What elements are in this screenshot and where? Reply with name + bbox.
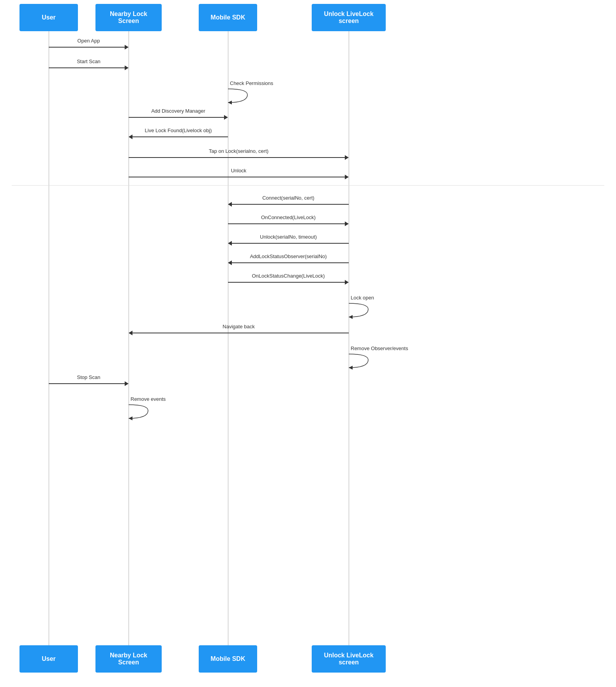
- actor-top-sdk: Mobile SDK: [199, 4, 257, 31]
- actor-bottom-sdk: Mobile SDK: [199, 645, 257, 673]
- msg-arrow-unlock: [129, 175, 349, 179]
- msg-self-check-permissions: [228, 87, 251, 110]
- actor-top-user: User: [19, 4, 78, 31]
- msg-arrow-open-app: [49, 45, 129, 50]
- msg-label-add-discovery: Add Discovery Manager: [151, 108, 205, 114]
- actor-top-unlock: Unlock LiveLock screen: [312, 4, 386, 31]
- msg-label-unlock-serial: Unlock(serialNo, timeout): [260, 234, 317, 240]
- msg-label-on-lock-status: OnLockStatusChange(LiveLock): [252, 273, 325, 279]
- msg-arrow-add-discovery: [129, 115, 228, 120]
- msg-self-remove-events: [129, 403, 152, 426]
- lifeline-sdk: [228, 31, 228, 645]
- msg-arrow-stop-scan: [49, 381, 129, 386]
- msg-label-check-permissions: Check Permissions: [230, 80, 273, 86]
- msg-label-lock-open: Lock open: [351, 295, 374, 301]
- msg-label-tap-on-lock: Tap on Lock(serialno, cert): [209, 148, 268, 154]
- svg-marker-0: [228, 101, 232, 104]
- msg-label-start-scan: Start Scan: [77, 58, 101, 64]
- svg-marker-2: [349, 366, 353, 370]
- msg-label-add-lock-status: AddLockStatusObserver(serialNo): [250, 253, 327, 259]
- msg-label-navigate-back: Navigate back: [222, 324, 254, 329]
- msg-arrow-unlock-serial: [228, 241, 349, 246]
- msg-arrow-tap-on-lock: [129, 155, 349, 160]
- lifeline-unlock: [349, 31, 349, 645]
- msg-arrow-connect: [228, 202, 349, 207]
- msg-label-unlock: Unlock: [231, 168, 247, 174]
- actor-bottom-user: User: [19, 645, 78, 673]
- msg-label-on-connected: OnConnected(LiveLock): [261, 214, 316, 220]
- msg-arrow-start-scan: [49, 66, 129, 70]
- svg-marker-3: [129, 416, 132, 420]
- actor-bottom-unlock: Unlock LiveLock screen: [312, 645, 386, 673]
- section-divider: [12, 185, 604, 186]
- msg-arrow-add-lock-status: [228, 260, 349, 265]
- svg-marker-1: [349, 315, 353, 319]
- actor-bottom-nearby: Nearby Lock Screen: [95, 645, 162, 673]
- msg-label-stop-scan: Stop Scan: [77, 374, 101, 380]
- msg-arrow-navigate-back: [129, 331, 349, 335]
- msg-arrow-on-lock-status: [228, 280, 349, 285]
- msg-self-remove-observer: [349, 352, 372, 375]
- msg-label-remove-events: Remove events: [131, 396, 166, 402]
- msg-self-lock-open: [349, 301, 372, 325]
- msg-label-live-lock-found: Live Lock Found(Livelock obj): [145, 127, 212, 133]
- msg-arrow-on-connected: [228, 221, 349, 226]
- msg-label-connect: Connect(serialNo, cert): [262, 195, 314, 201]
- sequence-diagram: UserNearby Lock ScreenMobile SDKUnlock L…: [0, 0, 616, 687]
- actor-top-nearby: Nearby Lock Screen: [95, 4, 162, 31]
- msg-label-open-app: Open App: [78, 38, 100, 44]
- lifeline-nearby: [129, 31, 129, 645]
- msg-label-remove-observer: Remove Observer/events: [351, 345, 408, 351]
- msg-arrow-live-lock-found: [129, 135, 228, 139]
- lifeline-user: [49, 31, 49, 645]
